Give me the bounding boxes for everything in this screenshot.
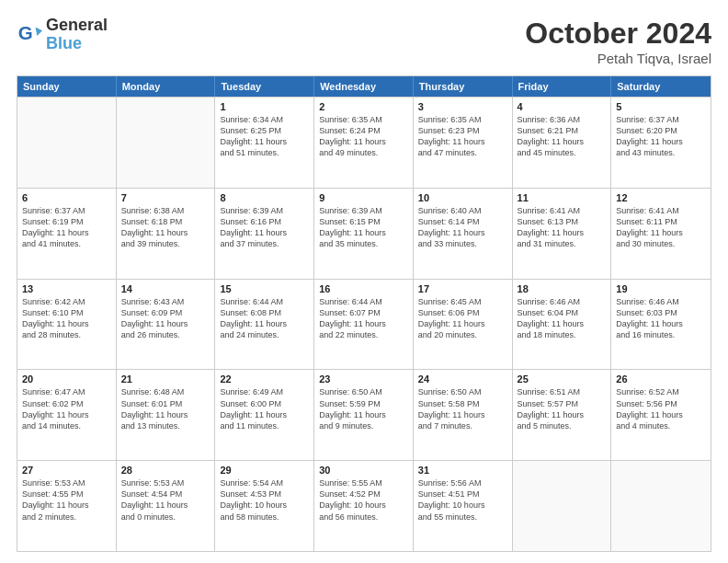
calendar-body: 1Sunrise: 6:34 AM Sunset: 6:25 PM Daylig…	[17, 97, 711, 551]
calendar-cell: 11Sunrise: 6:41 AM Sunset: 6:13 PM Dayli…	[513, 189, 612, 279]
calendar-cell	[611, 461, 711, 551]
calendar-header: SundayMondayTuesdayWednesdayThursdayFrid…	[17, 76, 711, 97]
day-number: 2	[319, 101, 408, 112]
weekday-header: Wednesday	[314, 76, 414, 97]
day-info: Sunrise: 6:37 AM Sunset: 6:20 PM Dayligh…	[616, 114, 706, 159]
day-info: Sunrise: 5:55 AM Sunset: 4:52 PM Dayligh…	[319, 477, 408, 523]
day-number: 5	[616, 101, 706, 112]
day-number: 20	[22, 373, 111, 385]
day-info: Sunrise: 6:42 AM Sunset: 6:10 PM Dayligh…	[22, 296, 111, 341]
day-number: 7	[121, 192, 210, 203]
day-info: Sunrise: 6:41 AM Sunset: 6:13 PM Dayligh…	[518, 205, 607, 250]
day-number: 25	[518, 373, 607, 385]
day-number: 11	[518, 192, 607, 203]
logo: G General Blue	[17, 17, 108, 53]
calendar-row: 1Sunrise: 6:34 AM Sunset: 6:25 PM Daylig…	[17, 97, 711, 188]
header: G General Blue October 2024 Petah Tiqva,…	[17, 17, 711, 66]
calendar-row: 13Sunrise: 6:42 AM Sunset: 6:10 PM Dayli…	[17, 279, 711, 370]
day-number: 31	[418, 465, 507, 476]
calendar-cell: 23Sunrise: 6:50 AM Sunset: 5:59 PM Dayli…	[314, 370, 414, 460]
day-info: Sunrise: 6:48 AM Sunset: 6:01 PM Dayligh…	[121, 386, 210, 431]
calendar-cell: 7Sunrise: 6:38 AM Sunset: 6:18 PM Daylig…	[117, 189, 216, 279]
calendar-cell: 19Sunrise: 6:46 AM Sunset: 6:03 PM Dayli…	[611, 280, 711, 370]
weekday-header: Tuesday	[215, 76, 314, 97]
calendar-cell: 26Sunrise: 6:52 AM Sunset: 5:56 PM Dayli…	[611, 370, 711, 460]
day-info: Sunrise: 6:49 AM Sunset: 6:00 PM Dayligh…	[220, 386, 309, 431]
calendar-cell: 9Sunrise: 6:39 AM Sunset: 6:15 PM Daylig…	[314, 189, 414, 279]
day-number: 1	[220, 101, 309, 112]
day-info: Sunrise: 6:51 AM Sunset: 5:57 PM Dayligh…	[518, 386, 607, 431]
day-info: Sunrise: 6:43 AM Sunset: 6:09 PM Dayligh…	[121, 296, 210, 341]
day-number: 28	[121, 465, 210, 476]
day-number: 26	[616, 373, 706, 385]
logo-line2: Blue	[46, 35, 108, 53]
calendar-cell: 2Sunrise: 6:35 AM Sunset: 6:24 PM Daylig…	[314, 98, 414, 188]
day-number: 4	[518, 101, 607, 112]
calendar-cell	[513, 461, 612, 551]
calendar-cell: 12Sunrise: 6:41 AM Sunset: 6:11 PM Dayli…	[611, 189, 711, 279]
calendar-cell: 5Sunrise: 6:37 AM Sunset: 6:20 PM Daylig…	[611, 98, 711, 188]
day-number: 6	[22, 192, 111, 203]
day-info: Sunrise: 6:47 AM Sunset: 6:02 PM Dayligh…	[22, 386, 111, 431]
calendar: SundayMondayTuesdayWednesdayThursdayFrid…	[17, 75, 711, 552]
calendar-cell: 17Sunrise: 6:45 AM Sunset: 6:06 PM Dayli…	[414, 280, 513, 370]
day-number: 24	[418, 373, 507, 385]
calendar-row: 6Sunrise: 6:37 AM Sunset: 6:19 PM Daylig…	[17, 188, 711, 279]
calendar-cell: 28Sunrise: 5:53 AM Sunset: 4:54 PM Dayli…	[117, 461, 216, 551]
location: Petah Tiqva, Israel	[525, 51, 711, 66]
day-number: 3	[418, 101, 507, 112]
calendar-cell: 6Sunrise: 6:37 AM Sunset: 6:19 PM Daylig…	[17, 189, 117, 279]
title-block: October 2024 Petah Tiqva, Israel	[525, 17, 711, 66]
calendar-cell: 1Sunrise: 6:34 AM Sunset: 6:25 PM Daylig…	[215, 98, 314, 188]
day-info: Sunrise: 6:46 AM Sunset: 6:04 PM Dayligh…	[518, 296, 607, 341]
day-number: 30	[319, 465, 408, 476]
day-info: Sunrise: 6:46 AM Sunset: 6:03 PM Dayligh…	[616, 296, 706, 341]
calendar-cell: 18Sunrise: 6:46 AM Sunset: 6:04 PM Dayli…	[513, 280, 612, 370]
calendar-cell: 31Sunrise: 5:56 AM Sunset: 4:51 PM Dayli…	[414, 461, 513, 551]
calendar-cell	[17, 98, 117, 188]
day-info: Sunrise: 6:36 AM Sunset: 6:21 PM Dayligh…	[518, 114, 607, 159]
month-year: October 2024	[525, 17, 711, 51]
day-info: Sunrise: 6:34 AM Sunset: 6:25 PM Dayligh…	[220, 114, 309, 159]
page: G General Blue October 2024 Petah Tiqva,…	[0, 0, 728, 563]
day-info: Sunrise: 5:53 AM Sunset: 4:54 PM Dayligh…	[121, 477, 210, 523]
weekday-header: Thursday	[414, 76, 513, 97]
day-info: Sunrise: 6:35 AM Sunset: 6:23 PM Dayligh…	[418, 114, 507, 159]
day-number: 18	[518, 283, 607, 294]
day-number: 14	[121, 283, 210, 294]
calendar-cell: 14Sunrise: 6:43 AM Sunset: 6:09 PM Dayli…	[117, 280, 216, 370]
day-info: Sunrise: 6:50 AM Sunset: 5:58 PM Dayligh…	[418, 386, 507, 431]
day-info: Sunrise: 6:39 AM Sunset: 6:16 PM Dayligh…	[220, 205, 309, 250]
day-number: 12	[616, 192, 706, 203]
calendar-cell: 3Sunrise: 6:35 AM Sunset: 6:23 PM Daylig…	[414, 98, 513, 188]
calendar-cell: 4Sunrise: 6:36 AM Sunset: 6:21 PM Daylig…	[513, 98, 612, 188]
day-number: 23	[319, 373, 408, 385]
day-info: Sunrise: 6:52 AM Sunset: 5:56 PM Dayligh…	[616, 386, 706, 431]
calendar-cell: 8Sunrise: 6:39 AM Sunset: 6:16 PM Daylig…	[215, 189, 314, 279]
calendar-cell: 10Sunrise: 6:40 AM Sunset: 6:14 PM Dayli…	[414, 189, 513, 279]
day-info: Sunrise: 6:35 AM Sunset: 6:24 PM Dayligh…	[319, 114, 408, 159]
calendar-cell	[117, 98, 216, 188]
calendar-row: 20Sunrise: 6:47 AM Sunset: 6:02 PM Dayli…	[17, 369, 711, 460]
day-info: Sunrise: 6:44 AM Sunset: 6:08 PM Dayligh…	[220, 296, 309, 341]
calendar-cell: 24Sunrise: 6:50 AM Sunset: 5:58 PM Dayli…	[414, 370, 513, 460]
day-info: Sunrise: 5:53 AM Sunset: 4:55 PM Dayligh…	[22, 477, 111, 523]
day-number: 29	[220, 465, 309, 476]
logo-text: General Blue	[46, 17, 108, 53]
day-number: 22	[220, 373, 309, 385]
day-info: Sunrise: 6:40 AM Sunset: 6:14 PM Dayligh…	[418, 205, 507, 250]
day-number: 15	[220, 283, 309, 294]
calendar-cell: 20Sunrise: 6:47 AM Sunset: 6:02 PM Dayli…	[17, 370, 117, 460]
svg-marker-1	[36, 27, 42, 35]
day-number: 13	[22, 283, 111, 294]
day-info: Sunrise: 6:50 AM Sunset: 5:59 PM Dayligh…	[319, 386, 408, 431]
day-info: Sunrise: 6:44 AM Sunset: 6:07 PM Dayligh…	[319, 296, 408, 341]
calendar-cell: 21Sunrise: 6:48 AM Sunset: 6:01 PM Dayli…	[117, 370, 216, 460]
svg-text:G: G	[18, 22, 33, 43]
day-info: Sunrise: 6:41 AM Sunset: 6:11 PM Dayligh…	[616, 205, 706, 250]
day-info: Sunrise: 6:39 AM Sunset: 6:15 PM Dayligh…	[319, 205, 408, 250]
calendar-row: 27Sunrise: 5:53 AM Sunset: 4:55 PM Dayli…	[17, 460, 711, 551]
weekday-header: Saturday	[611, 76, 711, 97]
day-number: 10	[418, 192, 507, 203]
day-info: Sunrise: 5:56 AM Sunset: 4:51 PM Dayligh…	[418, 477, 507, 523]
